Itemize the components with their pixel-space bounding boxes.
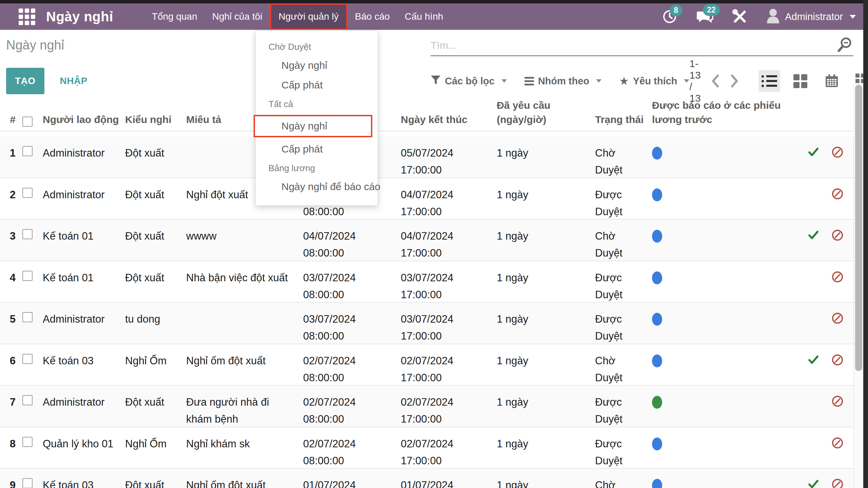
- column-header-status[interactable]: Trạng thái: [590, 113, 647, 127]
- employee-cell: Quản lý kho 01: [37, 427, 120, 468]
- top-menu-item[interactable]: Nghỉ của tôi: [205, 3, 270, 30]
- debug-tools-icon[interactable]: [732, 9, 748, 24]
- reported-toggle-cell: [647, 137, 801, 178]
- approve-button[interactable]: [808, 146, 819, 178]
- column-header-reported[interactable]: Được báo cáo ở các phiếu lương trước: [647, 98, 801, 127]
- dropdown-item[interactable]: Cấp phát: [256, 75, 378, 95]
- dropdown-item[interactable]: Ngày nghỉ: [256, 56, 378, 75]
- refuse-button[interactable]: [831, 354, 844, 385]
- row-checkbox[interactable]: [22, 437, 33, 447]
- user-menu[interactable]: Administrator: [766, 8, 856, 26]
- row-checkbox[interactable]: [22, 146, 33, 156]
- chevron-down-icon: [596, 79, 601, 83]
- leave-type-cell: Đột xuất: [120, 261, 181, 302]
- table-row[interactable]: 5Administratortu dong03/07/202408:00:000…: [0, 303, 853, 344]
- top-menu-item-active[interactable]: Người quản lý: [270, 3, 348, 30]
- employee-cell: Administrator: [37, 178, 120, 219]
- description-cell: wwww: [181, 220, 298, 261]
- dropdown-item-highlighted[interactable]: Ngày nghỉ: [254, 115, 372, 137]
- reported-toggle-dot[interactable]: [652, 271, 662, 284]
- refuse-button[interactable]: [831, 229, 844, 261]
- refuse-button[interactable]: [831, 395, 844, 427]
- search-input[interactable]: [431, 40, 836, 51]
- select-all-checkbox[interactable]: [22, 117, 33, 127]
- approve-button[interactable]: [808, 478, 819, 488]
- reported-toggle-dot[interactable]: [652, 354, 662, 367]
- status-cell: Chờ Duyệt: [590, 344, 647, 385]
- calendar-view-button[interactable]: [821, 70, 843, 92]
- groupby-button[interactable]: Nhóm theo: [525, 76, 601, 87]
- requested-duration-cell: 1 ngày: [491, 303, 590, 344]
- filters-button[interactable]: Các bộ lọc: [431, 75, 507, 87]
- reported-toggle-dot[interactable]: [652, 147, 662, 160]
- description-cell: Nghỉ ốm đột xuất: [181, 344, 298, 385]
- reported-toggle-dot[interactable]: [652, 313, 662, 326]
- refuse-button[interactable]: [831, 312, 844, 344]
- row-checkbox[interactable]: [22, 354, 33, 364]
- create-button[interactable]: TẠO: [6, 68, 44, 94]
- row-checkbox[interactable]: [22, 312, 33, 322]
- pager-next-button[interactable]: [730, 74, 739, 88]
- dropdown-item[interactable]: Ngày nghỉ để báo cáo: [256, 177, 378, 197]
- row-number: 5: [0, 303, 18, 344]
- message-count-badge: 22: [703, 4, 720, 16]
- search-options-icon[interactable]: [836, 36, 853, 55]
- requested-duration-cell: 1 ngày: [491, 178, 590, 219]
- row-checkbox[interactable]: [22, 271, 33, 281]
- refuse-button[interactable]: [831, 188, 844, 219]
- approve-button[interactable]: [808, 229, 819, 261]
- list-view-button[interactable]: [758, 70, 780, 92]
- refuse-button[interactable]: [831, 478, 844, 488]
- status-cell: Được Duyệt: [590, 261, 647, 302]
- row-actions: [801, 220, 854, 261]
- table-row[interactable]: 6Kế toán 03Nghỉ ỐmNghỉ ốm đột xuất02/07/…: [0, 344, 853, 386]
- vertical-scrollbar[interactable]: [854, 83, 863, 488]
- reported-toggle-dot[interactable]: [652, 479, 662, 488]
- refuse-button[interactable]: [831, 146, 844, 178]
- systray: 8 22 Administrator: [662, 3, 868, 30]
- pager-previous-button[interactable]: [711, 74, 720, 88]
- row-checkbox[interactable]: [22, 478, 33, 488]
- status-cell: Chờ Duyệt: [590, 469, 647, 488]
- row-checkbox[interactable]: [22, 188, 33, 198]
- scrollbar-thumb[interactable]: [855, 85, 862, 371]
- table-row[interactable]: 8Quản lý kho 01Nghỉ ỐmNghỉ khám sk02/07/…: [0, 427, 853, 469]
- dropdown-item[interactable]: Cấp phát: [256, 139, 378, 159]
- reported-toggle-dot[interactable]: [652, 188, 662, 201]
- status-cell: Được Duyệt: [590, 178, 647, 219]
- messages-icon[interactable]: 22: [695, 9, 714, 24]
- end-date-cell: 05/07/202417:00:00: [395, 137, 491, 178]
- table-row[interactable]: 3Kế toán 01Đột xuấtwwww04/07/202408:00:0…: [0, 220, 853, 261]
- top-menu-item[interactable]: Cấu hình: [397, 3, 451, 30]
- approve-button[interactable]: [808, 354, 819, 385]
- reported-toggle-dot[interactable]: [652, 396, 662, 409]
- column-header-type[interactable]: Kiểu nghỉ: [120, 113, 181, 127]
- table-row[interactable]: 1AdministratorĐột xuất05/07/202417:00:00…: [0, 137, 853, 178]
- top-menu-item[interactable]: Báo cáo: [348, 3, 397, 30]
- column-header-end[interactable]: Ngày kết thúc: [395, 113, 491, 127]
- favorites-button[interactable]: ★ Yêu thích: [619, 76, 689, 87]
- requested-duration-cell: 1 ngày: [491, 261, 590, 302]
- row-checkbox[interactable]: [22, 395, 33, 405]
- table-row[interactable]: 9Kế toán 03Đột xuấtNghỉ ốm đột xuất01/07…: [0, 469, 853, 488]
- kanban-view-button[interactable]: [790, 70, 811, 92]
- column-header-employee[interactable]: Người lao động: [37, 113, 120, 127]
- top-menu-item[interactable]: Tổng quan: [144, 3, 205, 30]
- row-checkbox[interactable]: [22, 229, 33, 239]
- column-header-requested[interactable]: Đã yêu cầu (ngày/giờ): [491, 98, 590, 127]
- search-box: [431, 35, 853, 56]
- table-row[interactable]: 7AdministratorĐột xuấtĐưa người nhà đi k…: [0, 386, 853, 427]
- apps-grid-icon[interactable]: [19, 8, 35, 25]
- refuse-button[interactable]: [831, 437, 844, 468]
- user-name: Administrator: [785, 11, 843, 22]
- activity-clock-icon[interactable]: 8: [662, 9, 677, 24]
- import-button[interactable]: NHẬP: [60, 76, 87, 86]
- refuse-button[interactable]: [831, 271, 844, 302]
- table-row[interactable]: 4Kế toán 01Đột xuấtNhà bận việc đột xuất…: [0, 261, 853, 303]
- reported-toggle-dot[interactable]: [652, 438, 662, 450]
- reported-toggle-dot[interactable]: [652, 230, 662, 243]
- table-row[interactable]: 2AdministratorĐột xuấtNghỉ đột xuất04/07…: [0, 178, 853, 220]
- end-date-cell: 04/07/202417:00:00: [395, 220, 491, 261]
- column-header-num[interactable]: #: [0, 113, 18, 127]
- breadcrumb[interactable]: Ngày nghỉ: [6, 38, 64, 53]
